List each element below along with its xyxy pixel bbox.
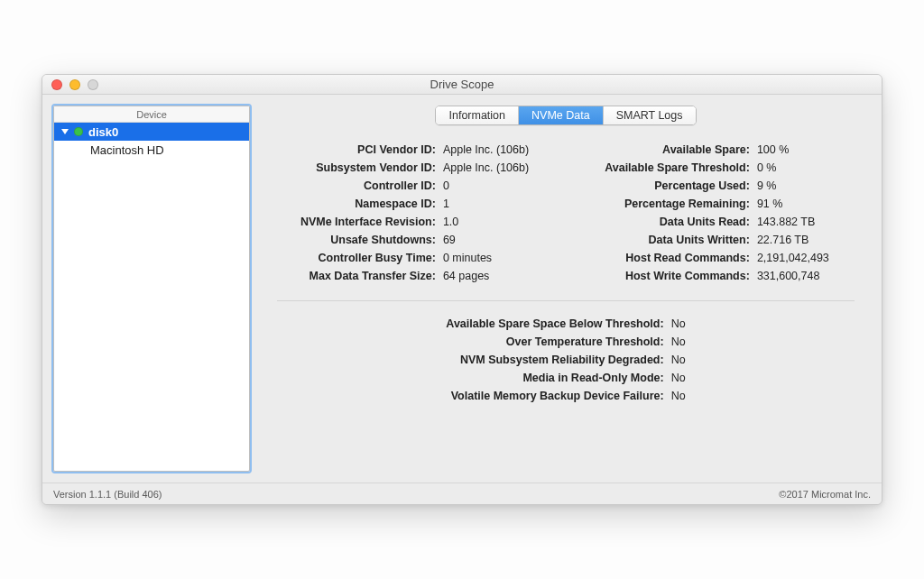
subsystem-vendor-id-label: Subsystem Vendor ID: xyxy=(277,161,436,174)
tab-bar: Information NVMe Data SMART Logs xyxy=(261,106,871,125)
host-read-commands-value: 2,191,042,493 xyxy=(757,252,855,264)
nvme-interface-revision-value: 1.0 xyxy=(443,216,552,228)
volume-label: Macintosh HD xyxy=(90,143,164,157)
spare-below-threshold-value: No xyxy=(671,317,686,330)
data-units-read-label: Data Units Read: xyxy=(579,216,750,228)
tab-nvme-data[interactable]: NVMe Data xyxy=(519,106,604,124)
sidebar-item-macintosh-hd[interactable]: Macintosh HD xyxy=(54,141,249,159)
spare-below-threshold-label: Available Spare Space Below Threshold: xyxy=(446,317,663,330)
nvme-left-column: PCI Vendor ID: Apple Inc. (106b) Subsyst… xyxy=(277,143,552,282)
status-block: Available Spare Space Below Threshold: N… xyxy=(277,317,855,402)
unsafe-shutdowns-value: 69 xyxy=(443,234,552,246)
read-only-mode-label: Media in Read-Only Mode: xyxy=(446,372,663,384)
nvme-right-column: Available Spare: 100 % Available Spare T… xyxy=(579,143,855,282)
controller-busy-time-value: 0 minutes xyxy=(443,252,552,264)
host-read-commands-label: Host Read Commands: xyxy=(579,252,750,264)
titlebar: Drive Scope xyxy=(42,75,882,95)
over-temperature-label: Over Temperature Threshold: xyxy=(446,335,663,348)
over-temperature-value: No xyxy=(671,335,686,348)
available-spare-label: Available Spare: xyxy=(579,143,750,156)
host-write-commands-value: 331,600,748 xyxy=(757,270,855,282)
max-data-transfer-size-label: Max Data Transfer Size: xyxy=(277,270,436,282)
unsafe-shutdowns-label: Unsafe Shutdowns: xyxy=(277,234,436,246)
controller-id-value: 0 xyxy=(443,179,552,192)
disclosure-triangle-icon[interactable] xyxy=(61,129,69,134)
sidebar-item-disk0[interactable]: disk0 xyxy=(54,123,249,141)
namespace-id-value: 1 xyxy=(443,198,552,210)
subsystem-reliability-label: NVM Subsystem Reliability Degraded: xyxy=(446,354,663,366)
percentage-used-label: Percentage Used: xyxy=(579,179,750,192)
data-units-read-value: 143.882 TB xyxy=(757,216,855,228)
pci-vendor-id-value: Apple Inc. (106b) xyxy=(443,143,552,156)
nvme-interface-revision-label: NVMe Interface Revision: xyxy=(277,216,436,228)
available-spare-threshold-label: Available Spare Threshold: xyxy=(579,161,750,174)
app-window: Drive Scope Device disk0 Macintosh HD xyxy=(42,74,882,505)
read-only-mode-value: No xyxy=(671,372,686,384)
available-spare-value: 100 % xyxy=(757,143,855,156)
copyright-text: ©2017 Micromat Inc. xyxy=(779,489,871,500)
disk-label: disk0 xyxy=(88,125,118,139)
data-units-written-label: Data Units Written: xyxy=(579,234,750,246)
subsystem-reliability-value: No xyxy=(671,354,686,366)
pci-vendor-id-label: PCI Vendor ID: xyxy=(277,143,436,156)
max-data-transfer-size-value: 64 pages xyxy=(443,270,552,282)
percentage-remaining-value: 91 % xyxy=(757,198,855,210)
close-icon[interactable] xyxy=(51,79,62,90)
version-text: Version 1.1.1 (Build 406) xyxy=(53,489,162,500)
tab-smart-logs[interactable]: SMART Logs xyxy=(604,106,696,124)
namespace-id-label: Namespace ID: xyxy=(277,198,436,210)
data-units-written-value: 22.716 TB xyxy=(757,234,855,246)
status-dot-icon xyxy=(74,127,83,136)
status-bar: Version 1.1.1 (Build 406) ©2017 Micromat… xyxy=(42,482,882,504)
minimize-icon[interactable] xyxy=(69,79,80,90)
subsystem-vendor-id-value: Apple Inc. (106b) xyxy=(443,161,552,174)
volatile-backup-failure-label: Volatile Memory Backup Device Failure: xyxy=(446,390,663,402)
percentage-remaining-label: Percentage Remaining: xyxy=(579,198,750,210)
divider xyxy=(277,300,855,301)
controller-busy-time-label: Controller Busy Time: xyxy=(277,252,436,264)
device-sidebar: Device disk0 Macintosh HD xyxy=(53,106,250,472)
zoom-icon[interactable] xyxy=(88,79,98,90)
window-title: Drive Scope xyxy=(42,78,882,91)
tab-information[interactable]: Information xyxy=(436,106,519,124)
sidebar-header: Device xyxy=(54,106,249,123)
content-area: PCI Vendor ID: Apple Inc. (106b) Subsyst… xyxy=(261,134,871,472)
available-spare-threshold-value: 0 % xyxy=(757,161,855,174)
controller-id-label: Controller ID: xyxy=(277,179,436,192)
volatile-backup-failure-value: No xyxy=(671,390,686,402)
percentage-used-value: 9 % xyxy=(757,179,855,192)
host-write-commands-label: Host Write Commands: xyxy=(579,270,750,282)
